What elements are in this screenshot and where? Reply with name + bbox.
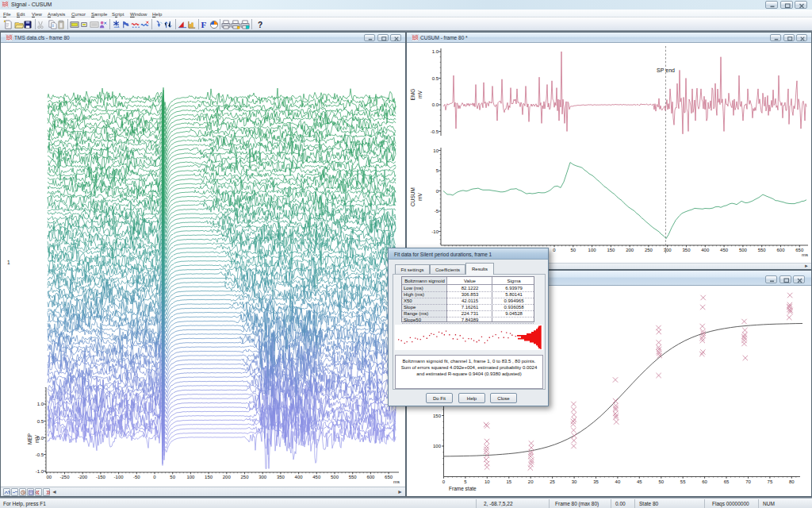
svg-text:150: 150 <box>205 475 213 479</box>
svg-text:400: 400 <box>295 475 304 479</box>
svg-text:ms: ms <box>802 252 808 257</box>
svg-text:ms: ms <box>393 479 400 484</box>
svg-text:350: 350 <box>682 248 691 252</box>
svg-text:5: 5 <box>464 479 467 484</box>
svg-text:100: 100 <box>186 475 195 479</box>
svg-text:150: 150 <box>607 248 615 252</box>
svg-text:mV: mV <box>417 192 423 200</box>
svg-text:00: 00 <box>46 475 52 479</box>
svg-text:-100: -100 <box>114 475 124 479</box>
svg-text:-50: -50 <box>133 475 140 479</box>
svg-text:75: 75 <box>768 479 773 484</box>
svg-text:500: 500 <box>331 475 339 479</box>
svg-text:?: ? <box>258 21 262 29</box>
svg-text:60: 60 <box>702 479 707 484</box>
svg-text:450: 450 <box>720 248 729 252</box>
svg-text:F: F <box>201 20 207 29</box>
svg-text:50: 50 <box>658 479 664 484</box>
svg-text:350: 350 <box>277 475 285 479</box>
svg-text:-1.0: -1.0 <box>36 469 44 474</box>
svg-text:70: 70 <box>745 479 751 484</box>
svg-text:-0.5: -0.5 <box>431 129 439 134</box>
svg-text:400: 400 <box>701 248 710 252</box>
svg-text:MEP: MEP <box>27 433 33 444</box>
svg-text:650: 650 <box>385 475 393 479</box>
svg-text:550: 550 <box>349 475 358 479</box>
svg-text:10: 10 <box>433 148 439 153</box>
svg-text:-10: -10 <box>431 229 439 234</box>
svg-text:600: 600 <box>776 248 785 252</box>
svg-text:0: 0 <box>153 475 156 479</box>
svg-text:300: 300 <box>664 248 672 252</box>
svg-text:10: 10 <box>485 479 490 484</box>
svg-text:-200: -200 <box>78 475 88 479</box>
svg-text:0.5: 0.5 <box>432 76 439 81</box>
svg-text:30: 30 <box>572 479 577 484</box>
svg-text:-150: -150 <box>96 475 106 479</box>
svg-text:0: 0 <box>442 479 446 484</box>
svg-text:EMG: EMG <box>410 89 416 101</box>
svg-text:20: 20 <box>528 479 534 484</box>
svg-text:200: 200 <box>626 248 634 252</box>
svg-text:mV: mV <box>417 90 423 98</box>
svg-text:CUSUM: CUSUM <box>410 187 416 206</box>
svg-text:250: 250 <box>240 475 249 479</box>
svg-text:550: 550 <box>758 248 767 252</box>
svg-text:250: 250 <box>645 248 653 252</box>
svg-text:45: 45 <box>637 479 642 484</box>
svg-text:50: 50 <box>570 248 576 252</box>
svg-text:450: 450 <box>312 475 321 479</box>
svg-text:-5: -5 <box>435 209 439 214</box>
svg-text:55: 55 <box>680 479 686 484</box>
svg-text:0.0: 0.0 <box>432 102 439 107</box>
svg-text:500: 500 <box>739 248 748 252</box>
svg-text:50: 50 <box>170 475 175 479</box>
svg-text:600: 600 <box>366 475 375 479</box>
svg-text:15: 15 <box>506 479 511 484</box>
svg-text:mV: mV <box>34 434 40 442</box>
svg-text:1: 1 <box>7 260 10 265</box>
svg-text:Frame state: Frame state <box>449 486 477 491</box>
svg-text:-0.5: -0.5 <box>36 452 44 457</box>
svg-text:200: 200 <box>223 475 232 479</box>
svg-text:100: 100 <box>433 444 442 448</box>
svg-text:40: 40 <box>615 479 621 484</box>
svg-text:25: 25 <box>550 479 555 484</box>
svg-text:0: 0 <box>553 248 556 252</box>
svg-text:1.0: 1.0 <box>432 49 439 54</box>
svg-text:100: 100 <box>588 248 597 252</box>
svg-text:80: 80 <box>789 479 795 484</box>
svg-text:300: 300 <box>259 475 267 479</box>
svg-text:150: 150 <box>433 414 442 418</box>
svg-text:35: 35 <box>593 479 599 484</box>
svg-text:SP end: SP end <box>657 67 675 73</box>
svg-text:1.0: 1.0 <box>37 402 44 406</box>
svg-text:-250: -250 <box>59 475 70 479</box>
svg-text:65: 65 <box>724 479 730 484</box>
svg-text:0.5: 0.5 <box>37 419 44 424</box>
